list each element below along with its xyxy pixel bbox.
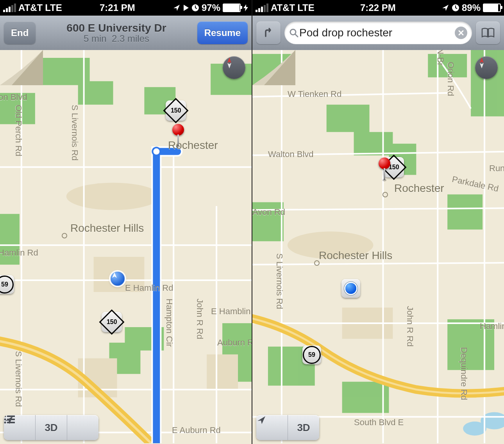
- svg-point-22: [4, 419, 6, 421]
- user-location-icon: [341, 279, 360, 298]
- clock-label: 7:22 PM: [360, 2, 396, 13]
- turn-arrow-icon: [263, 27, 274, 39]
- svg-rect-29: [252, 54, 291, 85]
- road-label: Hampton Cir: [164, 299, 174, 347]
- road-label: Runy: [489, 163, 504, 174]
- end-button[interactable]: End: [4, 21, 36, 44]
- svg-rect-25: [7, 422, 15, 423]
- road-label: S Livernois Rd: [70, 105, 80, 161]
- charging-icon: [243, 4, 248, 11]
- battery-pct: 89%: [462, 2, 481, 13]
- search-result-pin[interactable]: [379, 158, 390, 181]
- clock-icon: [452, 4, 459, 12]
- destination-eta: 5 min 2.3 miles: [36, 34, 197, 43]
- directions-button[interactable]: [256, 21, 281, 44]
- road-label: S Livernois Rd: [13, 351, 23, 407]
- network-label: LTE: [45, 2, 62, 13]
- place-marker: [62, 233, 67, 238]
- svg-line-45: [252, 263, 504, 265]
- three-d-button[interactable]: 3D: [288, 415, 319, 440]
- place-marker: [382, 192, 388, 197]
- signal-icon: [3, 4, 16, 12]
- list-button[interactable]: [67, 415, 98, 440]
- road-label: Hamlin Rd: [0, 248, 38, 258]
- svg-rect-37: [342, 382, 389, 413]
- clock-icon: [191, 4, 199, 12]
- road-label: E Auburn Rd: [172, 425, 221, 435]
- road-label: ton Blvd: [0, 92, 27, 102]
- road-label: W Tienken Rd: [288, 89, 341, 99]
- search-input[interactable]: [298, 26, 455, 39]
- road-label: South Blvd E: [354, 417, 404, 428]
- road-label: Auburn Rd: [217, 338, 252, 348]
- search-header: [252, 16, 504, 50]
- locate-button[interactable]: [256, 415, 288, 440]
- route-shield: 150: [166, 100, 186, 121]
- place-marker: [314, 260, 320, 266]
- carrier-label: AT&T: [271, 2, 295, 13]
- city-label: Rochester Hills: [70, 222, 144, 235]
- road-label: Orion Rd: [445, 62, 456, 96]
- road-label: John R Rd: [405, 306, 415, 347]
- right-screenshot: AT&T LTE 7:22 PM 89%: [252, 0, 504, 444]
- resume-button[interactable]: Resume: [197, 21, 248, 44]
- city-label: Rochester Hills: [319, 249, 392, 262]
- road-label: John R Rd: [195, 299, 205, 339]
- search-field[interactable]: [284, 21, 472, 44]
- clear-button[interactable]: [455, 27, 467, 39]
- carrier-label: AT&T: [18, 2, 43, 13]
- road-label: Old Perch Rd: [13, 105, 23, 156]
- status-bar: AT&T LTE 7:22 PM 89%: [252, 0, 504, 16]
- location-arrow-icon: [256, 415, 266, 425]
- compass-button[interactable]: [475, 56, 498, 79]
- highway-shield: 59: [302, 346, 321, 364]
- road-label: Avon Rd: [252, 207, 285, 217]
- close-icon: [458, 30, 464, 36]
- svg-line-28: [295, 34, 298, 37]
- battery-icon: [223, 4, 241, 12]
- location-arrow-icon: [173, 4, 181, 12]
- map-canvas[interactable]: ton Blvd Old Perch Rd S Livernois Rd Roc…: [0, 50, 252, 444]
- left-screenshot: AT&T LTE 7:21 PM 97% End 600 E Universit…: [0, 0, 252, 444]
- road-label: E Hamlin Rd: [125, 283, 173, 293]
- list-icon: [4, 415, 15, 424]
- destination-title: 600 E University Dr 5 min 2.3 miles: [36, 22, 197, 44]
- battery-icon: [483, 4, 501, 12]
- svg-point-24: [4, 422, 6, 424]
- route-shield: 150: [102, 312, 122, 332]
- directions-header: End 600 E University Dr 5 min 2.3 miles …: [0, 16, 252, 50]
- road-label: N-Br: [435, 50, 445, 66]
- compass-button[interactable]: [223, 56, 245, 79]
- signal-icon: [256, 4, 268, 12]
- map-canvas[interactable]: W Tienken Rd Walton Blvd Rochester Avon …: [252, 50, 504, 444]
- svg-rect-21: [7, 415, 15, 417]
- road-label: Hamlin: [480, 321, 504, 331]
- road-label: E Hamblin Rd: [211, 306, 252, 317]
- svg-rect-23: [7, 419, 15, 420]
- network-label: LTE: [297, 2, 315, 13]
- svg-point-19: [152, 148, 160, 156]
- destination-address: 600 E University Dr: [36, 22, 197, 34]
- battery-pct: 97%: [202, 2, 220, 13]
- location-arrow-icon: [441, 4, 449, 12]
- highway-shield: 59: [0, 275, 14, 294]
- map-toolbar: 3D: [4, 415, 98, 440]
- three-d-button[interactable]: 3D: [36, 415, 67, 440]
- road-label: Dequindre Rd: [459, 347, 469, 400]
- road-label: Walton Blvd: [268, 149, 314, 159]
- clock-label: 7:21 PM: [100, 2, 135, 13]
- city-label: Rochester: [394, 182, 444, 195]
- current-location-icon: [111, 272, 125, 286]
- map-toolbar: 3D: [256, 415, 319, 440]
- svg-rect-9: [207, 354, 238, 390]
- search-icon: [289, 28, 298, 38]
- bookmarks-button[interactable]: [476, 21, 500, 44]
- road-label: S Livernois Rd: [274, 253, 284, 309]
- svg-rect-34: [447, 194, 483, 229]
- book-icon: [481, 28, 495, 38]
- destination-pin[interactable]: [172, 124, 184, 148]
- play-icon: [183, 4, 189, 11]
- status-bar: AT&T LTE 7:21 PM 97%: [0, 0, 252, 16]
- svg-point-6: [66, 183, 160, 210]
